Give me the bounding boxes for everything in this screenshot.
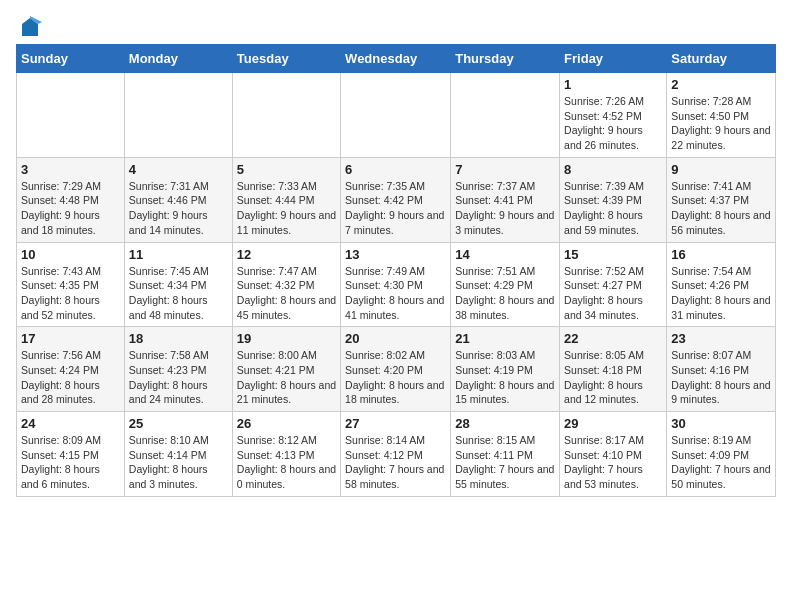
day-number: 8 [564,162,662,177]
calendar-cell: 14Sunrise: 7:51 AMSunset: 4:29 PMDayligh… [451,242,560,327]
day-number: 1 [564,77,662,92]
day-number: 22 [564,331,662,346]
day-info: Sunrise: 8:03 AMSunset: 4:19 PMDaylight:… [455,348,555,407]
calendar-cell: 22Sunrise: 8:05 AMSunset: 4:18 PMDayligh… [560,327,667,412]
calendar-cell: 20Sunrise: 8:02 AMSunset: 4:20 PMDayligh… [341,327,451,412]
day-info: Sunrise: 7:28 AMSunset: 4:50 PMDaylight:… [671,94,771,153]
day-number: 2 [671,77,771,92]
calendar-cell: 3Sunrise: 7:29 AMSunset: 4:48 PMDaylight… [17,157,125,242]
calendar-table: SundayMondayTuesdayWednesdayThursdayFrid… [16,44,776,497]
day-info: Sunrise: 7:56 AMSunset: 4:24 PMDaylight:… [21,348,120,407]
day-info: Sunrise: 7:39 AMSunset: 4:39 PMDaylight:… [564,179,662,238]
day-info: Sunrise: 8:10 AMSunset: 4:14 PMDaylight:… [129,433,228,492]
logo-icon [18,16,42,40]
calendar-cell [17,73,125,158]
day-number: 6 [345,162,446,177]
calendar-cell [341,73,451,158]
day-info: Sunrise: 7:47 AMSunset: 4:32 PMDaylight:… [237,264,336,323]
calendar-cell: 11Sunrise: 7:45 AMSunset: 4:34 PMDayligh… [124,242,232,327]
calendar-cell: 10Sunrise: 7:43 AMSunset: 4:35 PMDayligh… [17,242,125,327]
calendar-cell: 5Sunrise: 7:33 AMSunset: 4:44 PMDaylight… [232,157,340,242]
day-number: 21 [455,331,555,346]
day-info: Sunrise: 8:09 AMSunset: 4:15 PMDaylight:… [21,433,120,492]
day-info: Sunrise: 7:58 AMSunset: 4:23 PMDaylight:… [129,348,228,407]
calendar-cell: 28Sunrise: 8:15 AMSunset: 4:11 PMDayligh… [451,412,560,497]
calendar-cell: 25Sunrise: 8:10 AMSunset: 4:14 PMDayligh… [124,412,232,497]
calendar-cell: 13Sunrise: 7:49 AMSunset: 4:30 PMDayligh… [341,242,451,327]
week-row-3: 10Sunrise: 7:43 AMSunset: 4:35 PMDayligh… [17,242,776,327]
calendar-cell: 2Sunrise: 7:28 AMSunset: 4:50 PMDaylight… [667,73,776,158]
day-number: 18 [129,331,228,346]
day-number: 25 [129,416,228,431]
day-number: 3 [21,162,120,177]
col-header-friday: Friday [560,45,667,73]
day-number: 13 [345,247,446,262]
day-number: 11 [129,247,228,262]
logo [16,16,42,36]
day-info: Sunrise: 8:14 AMSunset: 4:12 PMDaylight:… [345,433,446,492]
day-number: 20 [345,331,446,346]
calendar-cell: 29Sunrise: 8:17 AMSunset: 4:10 PMDayligh… [560,412,667,497]
day-info: Sunrise: 7:54 AMSunset: 4:26 PMDaylight:… [671,264,771,323]
day-info: Sunrise: 8:02 AMSunset: 4:20 PMDaylight:… [345,348,446,407]
day-number: 24 [21,416,120,431]
calendar-cell: 12Sunrise: 7:47 AMSunset: 4:32 PMDayligh… [232,242,340,327]
calendar-cell: 16Sunrise: 7:54 AMSunset: 4:26 PMDayligh… [667,242,776,327]
col-header-monday: Monday [124,45,232,73]
col-header-sunday: Sunday [17,45,125,73]
day-number: 27 [345,416,446,431]
day-number: 14 [455,247,555,262]
day-info: Sunrise: 7:51 AMSunset: 4:29 PMDaylight:… [455,264,555,323]
calendar-cell: 4Sunrise: 7:31 AMSunset: 4:46 PMDaylight… [124,157,232,242]
calendar-cell: 26Sunrise: 8:12 AMSunset: 4:13 PMDayligh… [232,412,340,497]
day-info: Sunrise: 8:05 AMSunset: 4:18 PMDaylight:… [564,348,662,407]
calendar-cell: 21Sunrise: 8:03 AMSunset: 4:19 PMDayligh… [451,327,560,412]
day-info: Sunrise: 8:17 AMSunset: 4:10 PMDaylight:… [564,433,662,492]
calendar-cell: 23Sunrise: 8:07 AMSunset: 4:16 PMDayligh… [667,327,776,412]
day-info: Sunrise: 8:00 AMSunset: 4:21 PMDaylight:… [237,348,336,407]
week-row-5: 24Sunrise: 8:09 AMSunset: 4:15 PMDayligh… [17,412,776,497]
day-number: 19 [237,331,336,346]
day-info: Sunrise: 8:15 AMSunset: 4:11 PMDaylight:… [455,433,555,492]
header [16,16,776,36]
day-number: 5 [237,162,336,177]
day-number: 7 [455,162,555,177]
calendar-cell [124,73,232,158]
calendar-cell: 17Sunrise: 7:56 AMSunset: 4:24 PMDayligh… [17,327,125,412]
col-header-wednesday: Wednesday [341,45,451,73]
calendar-cell: 27Sunrise: 8:14 AMSunset: 4:12 PMDayligh… [341,412,451,497]
calendar-cell: 7Sunrise: 7:37 AMSunset: 4:41 PMDaylight… [451,157,560,242]
week-row-1: 1Sunrise: 7:26 AMSunset: 4:52 PMDaylight… [17,73,776,158]
day-info: Sunrise: 7:33 AMSunset: 4:44 PMDaylight:… [237,179,336,238]
day-number: 4 [129,162,228,177]
week-row-4: 17Sunrise: 7:56 AMSunset: 4:24 PMDayligh… [17,327,776,412]
day-number: 28 [455,416,555,431]
day-info: Sunrise: 8:12 AMSunset: 4:13 PMDaylight:… [237,433,336,492]
calendar-cell: 19Sunrise: 8:00 AMSunset: 4:21 PMDayligh… [232,327,340,412]
day-number: 12 [237,247,336,262]
calendar-cell: 24Sunrise: 8:09 AMSunset: 4:15 PMDayligh… [17,412,125,497]
day-number: 17 [21,331,120,346]
week-row-2: 3Sunrise: 7:29 AMSunset: 4:48 PMDaylight… [17,157,776,242]
day-info: Sunrise: 7:49 AMSunset: 4:30 PMDaylight:… [345,264,446,323]
day-info: Sunrise: 7:45 AMSunset: 4:34 PMDaylight:… [129,264,228,323]
day-number: 15 [564,247,662,262]
day-number: 10 [21,247,120,262]
day-info: Sunrise: 7:35 AMSunset: 4:42 PMDaylight:… [345,179,446,238]
calendar-cell: 6Sunrise: 7:35 AMSunset: 4:42 PMDaylight… [341,157,451,242]
day-number: 26 [237,416,336,431]
calendar-cell: 8Sunrise: 7:39 AMSunset: 4:39 PMDaylight… [560,157,667,242]
day-info: Sunrise: 7:43 AMSunset: 4:35 PMDaylight:… [21,264,120,323]
day-number: 30 [671,416,771,431]
day-info: Sunrise: 7:52 AMSunset: 4:27 PMDaylight:… [564,264,662,323]
day-info: Sunrise: 8:19 AMSunset: 4:09 PMDaylight:… [671,433,771,492]
day-info: Sunrise: 7:29 AMSunset: 4:48 PMDaylight:… [21,179,120,238]
calendar-cell: 30Sunrise: 8:19 AMSunset: 4:09 PMDayligh… [667,412,776,497]
calendar-cell: 18Sunrise: 7:58 AMSunset: 4:23 PMDayligh… [124,327,232,412]
day-number: 23 [671,331,771,346]
day-number: 16 [671,247,771,262]
day-number: 9 [671,162,771,177]
day-info: Sunrise: 7:31 AMSunset: 4:46 PMDaylight:… [129,179,228,238]
col-header-tuesday: Tuesday [232,45,340,73]
day-info: Sunrise: 7:37 AMSunset: 4:41 PMDaylight:… [455,179,555,238]
